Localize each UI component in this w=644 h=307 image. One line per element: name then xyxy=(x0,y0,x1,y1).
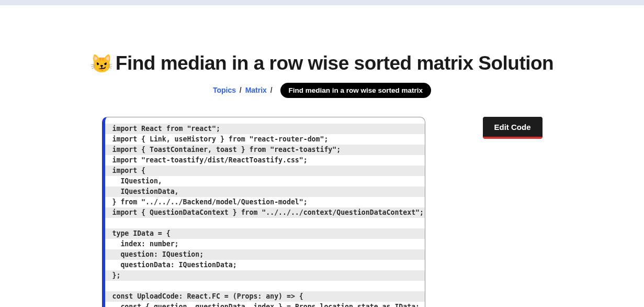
code-line: import React from "react"; xyxy=(105,124,425,134)
code-card: import React from "react";import { Link,… xyxy=(102,117,425,307)
code-line: question: IQuestion; xyxy=(105,249,425,260)
code-line: index: number; xyxy=(105,239,425,249)
main-content: import React from "react";import { Link,… xyxy=(0,117,644,307)
breadcrumb-separator: / xyxy=(269,86,274,94)
breadcrumb: Topics / Matrix / Find median in a row w… xyxy=(0,83,644,98)
code-line: } from "../../../Backend/model/Question-… xyxy=(105,197,425,207)
breadcrumb-topics-link[interactable]: Topics xyxy=(213,86,236,94)
header: 😼 Find median in a row wise sorted matri… xyxy=(0,52,644,98)
edit-code-button[interactable]: Edit Code xyxy=(483,117,543,139)
code-line: IQuestion, xyxy=(105,176,425,187)
code-line xyxy=(105,281,425,291)
code-line: IQuestionData, xyxy=(105,187,425,197)
code-line: import { Link, useHistory } from "react-… xyxy=(105,134,425,145)
code-line: import { xyxy=(105,166,425,176)
actions-column: Edit Code xyxy=(483,117,543,307)
code-line: import { ToastContainer, toast } from "r… xyxy=(105,145,425,155)
breadcrumb-separator: / xyxy=(238,86,243,94)
cat-emoji-icon: 😼 xyxy=(91,54,112,72)
code-line: import { QuestionDataContext } from "../… xyxy=(105,207,425,218)
code-line: type IData = { xyxy=(105,228,425,239)
code-line: const { question, questionData, index } … xyxy=(105,302,425,307)
code-line: questionData: IQuestionData; xyxy=(105,260,425,270)
breadcrumb-current-badge: Find median in a row wise sorted matrix xyxy=(280,83,432,98)
top-strip xyxy=(0,0,644,5)
page-title: Find median in a row wise sorted matrix … xyxy=(116,52,553,74)
code-line: import "react-toastify/dist/ReactToastif… xyxy=(105,155,425,166)
breadcrumb-category-link[interactable]: Matrix xyxy=(245,86,267,94)
code-line: const UploadCode: React.FC = (Props: any… xyxy=(105,291,425,302)
code-line xyxy=(105,218,425,228)
code-line: }; xyxy=(105,270,425,281)
title-row: 😼 Find median in a row wise sorted matri… xyxy=(91,52,553,74)
page-content: 😼 Find median in a row wise sorted matri… xyxy=(0,5,644,307)
code-block: import React from "react";import { Link,… xyxy=(105,117,425,307)
